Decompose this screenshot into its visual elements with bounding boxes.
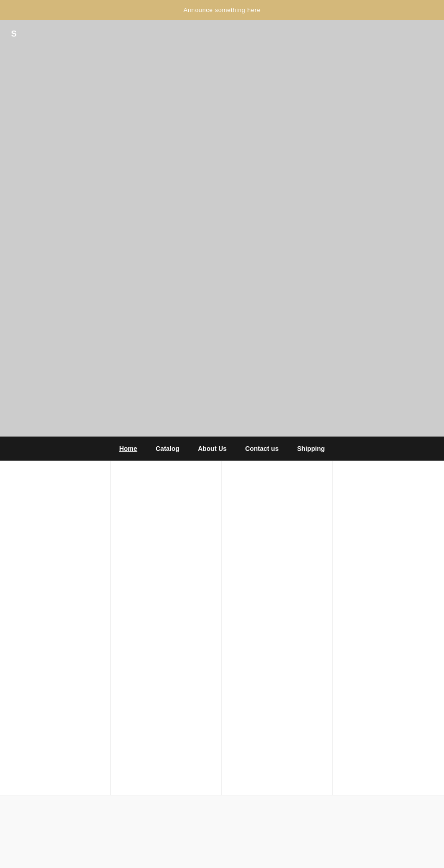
product-cell-4[interactable] [333,461,444,628]
nav-item-contact[interactable]: Contact us [236,445,288,452]
logo: S [11,29,17,39]
nav-item-catalog[interactable]: Catalog [147,445,189,452]
product-cell-6[interactable] [111,628,222,795]
featured-section [0,795,444,868]
hero-section: S [0,20,444,437]
nav-item-home[interactable]: Home [110,445,147,452]
product-cell-8[interactable] [333,628,444,795]
product-grid-row-2 [0,628,444,795]
announcement-text: Announce something here [184,6,261,13]
product-cell-2[interactable] [111,461,222,628]
product-cell-3[interactable] [222,461,333,628]
nav-item-shipping[interactable]: Shipping [288,445,334,452]
product-cell-7[interactable] [222,628,333,795]
product-cell-5[interactable] [0,628,111,795]
product-grid-row-1 [0,461,444,628]
product-cell-1[interactable] [0,461,111,628]
announcement-bar: Announce something here [0,0,444,20]
nav-item-about[interactable]: About Us [189,445,236,452]
nav-bar: Home Catalog About Us Contact us Shippin… [0,437,444,461]
